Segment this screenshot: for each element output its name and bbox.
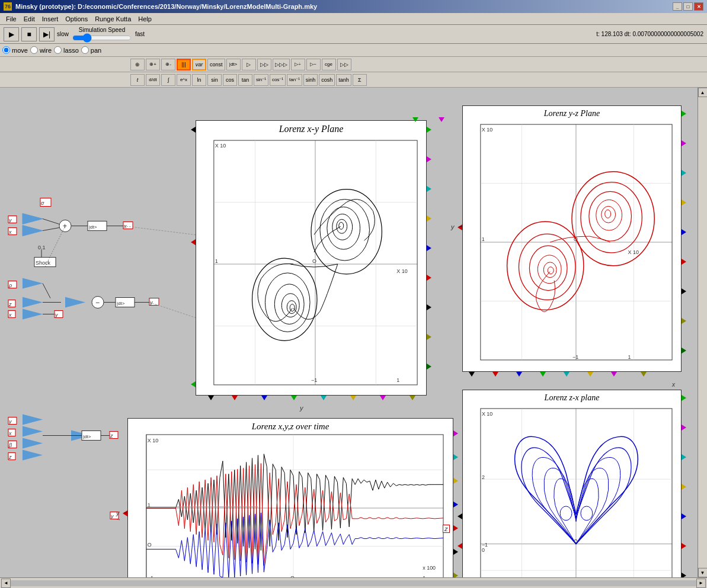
cos-button[interactable]: cos — [223, 74, 237, 86]
exp-button[interactable]: e^x — [177, 74, 191, 86]
svg-point-97 — [339, 222, 344, 229]
slow-label: slow — [57, 31, 69, 37]
svg-text:x: x — [8, 312, 12, 318]
svg-rect-44 — [149, 298, 159, 306]
toolbar: ▶ ■ ▶| slow Simulation Speed fast t: 128… — [0, 25, 707, 44]
deriv-button[interactable]: d/dt — [146, 74, 160, 86]
svg-point-91 — [290, 304, 295, 311]
play-button[interactable]: ▶ — [4, 27, 19, 41]
integral-button[interactable]: ∫ — [161, 74, 175, 86]
maximize-button[interactable]: □ — [683, 2, 693, 11]
svg-marker-57 — [23, 450, 43, 461]
svg-marker-58 — [71, 430, 91, 441]
scroll-track-horizontal[interactable] — [11, 580, 696, 586]
t-button[interactable]: t — [130, 74, 145, 86]
tri2-button[interactable]: ▷▷ — [257, 59, 271, 70]
mode-pan[interactable]: pan — [81, 46, 101, 54]
menu-options[interactable]: Options — [62, 14, 91, 24]
svg-line-7 — [43, 219, 59, 224]
svg-rect-13 — [88, 221, 107, 231]
step-button[interactable]: ▶| — [39, 27, 55, 41]
connector-green-left-bottom — [191, 381, 196, 387]
scroll-left-button[interactable]: ◄ — [1, 579, 11, 588]
sin-button[interactable]: sin — [207, 74, 222, 86]
svg-line-35 — [43, 284, 50, 298]
ln-button[interactable]: ln — [192, 74, 206, 86]
svg-text:1: 1 — [148, 502, 151, 508]
tri3-button[interactable]: ▷▷▷ — [273, 59, 290, 70]
svg-text:x 100: x 100 — [423, 565, 436, 571]
tanh-button[interactable]: tanh — [336, 74, 351, 86]
divide-button[interactable]: ▷÷ — [291, 59, 305, 70]
svg-text:O: O — [148, 542, 152, 548]
svg-rect-33 — [55, 311, 63, 318]
const-button[interactable]: const — [207, 59, 225, 70]
right-scrollbar[interactable]: ▲ ▼ — [698, 88, 707, 577]
svg-line-71 — [123, 226, 196, 235]
mode-lasso[interactable]: lasso — [54, 46, 79, 54]
zoom-in-plus-button[interactable]: ⊕+ — [146, 59, 160, 70]
icon-bar-1: ⊕ ⊕+ ⊕- ||| var const |dt> ▷ ▷▷ ▷▷▷ ▷÷ ▷… — [0, 57, 707, 72]
mode-move[interactable]: move — [2, 46, 28, 54]
scroll-down-button[interactable]: ▼ — [698, 568, 708, 577]
cge-button[interactable]: cge — [322, 59, 336, 70]
plot-zx-svg: X 10 2 O 1 X 10 −1 0 — [463, 403, 681, 577]
var-button[interactable]: var — [192, 59, 206, 70]
svg-text:1: 1 — [423, 575, 426, 577]
svg-text:O: O — [290, 575, 295, 577]
svg-rect-48 — [8, 429, 15, 436]
svg-text:ρ: ρ — [8, 282, 12, 288]
subtract-button[interactable]: ▷− — [306, 59, 321, 70]
minimize-button[interactable]: _ — [673, 2, 682, 11]
svg-rect-52 — [8, 453, 15, 460]
scroll-right-button[interactable]: ► — [696, 579, 706, 588]
mode-wire[interactable]: wire — [30, 46, 52, 54]
tan-button[interactable]: tan — [238, 74, 252, 86]
atan-button[interactable]: tan⁻¹ — [287, 74, 302, 86]
acos-button[interactable]: cos⁻¹ — [270, 74, 286, 86]
top-green-xy — [412, 117, 418, 122]
menu-insert[interactable]: Insert — [39, 14, 62, 24]
svg-text:y: y — [55, 312, 58, 318]
histogram-button[interactable]: ||| — [177, 59, 191, 70]
canvas-workspace[interactable]: σ y x + |dt> x 0 — [0, 88, 698, 577]
menu-help[interactable]: Help — [135, 14, 155, 24]
integrator-button[interactable]: |dt> — [226, 59, 241, 70]
menu-edit[interactable]: Edit — [20, 14, 39, 24]
cosh-button[interactable]: cosh — [319, 74, 335, 86]
svg-text:+: + — [63, 222, 67, 230]
svg-marker-56 — [23, 438, 43, 449]
svg-text:0: 0 — [482, 547, 485, 553]
svg-text:X 10: X 10 — [628, 249, 638, 255]
svg-point-10 — [59, 220, 71, 232]
svg-text:z: z — [8, 454, 12, 460]
connector-olive-right — [427, 334, 431, 340]
speed-slider[interactable] — [72, 34, 132, 42]
svg-marker-54 — [23, 415, 43, 425]
connector-blue-bottom — [261, 396, 267, 400]
sinh-button[interactable]: sinh — [303, 74, 318, 86]
svg-line-72 — [149, 303, 196, 318]
menu-runge-kutta[interactable]: Runge Kutta — [91, 14, 135, 24]
zoom-in-minus-button[interactable]: ⊕- — [161, 59, 175, 70]
scroll-up-button[interactable]: ▲ — [698, 88, 708, 97]
extra-button[interactable]: ▷▷ — [337, 59, 351, 70]
svg-marker-30 — [23, 297, 43, 308]
window-title: Minsky (prototype): D:/economic/Conferen… — [15, 3, 317, 10]
stop-button[interactable]: ■ — [21, 27, 37, 41]
svg-rect-0 — [40, 198, 51, 207]
connector-red-left — [191, 239, 196, 245]
svg-marker-8 — [23, 226, 43, 236]
tri1-button[interactable]: ▷ — [242, 59, 256, 70]
svg-text:−: − — [95, 298, 100, 307]
yz-bottom-olive — [641, 372, 647, 377]
close-button[interactable]: ✕ — [694, 2, 703, 11]
asin-button[interactable]: sin⁻¹ — [254, 74, 268, 86]
yz-bottom-black — [469, 372, 475, 377]
zx-conn-red — [682, 543, 686, 549]
sigma-button[interactable]: Σ — [353, 74, 367, 86]
svg-point-122 — [605, 210, 611, 218]
zoom-in-button[interactable]: ⊕ — [130, 59, 145, 70]
time-conn-yellow — [453, 478, 458, 484]
menu-file[interactable]: File — [2, 14, 20, 24]
